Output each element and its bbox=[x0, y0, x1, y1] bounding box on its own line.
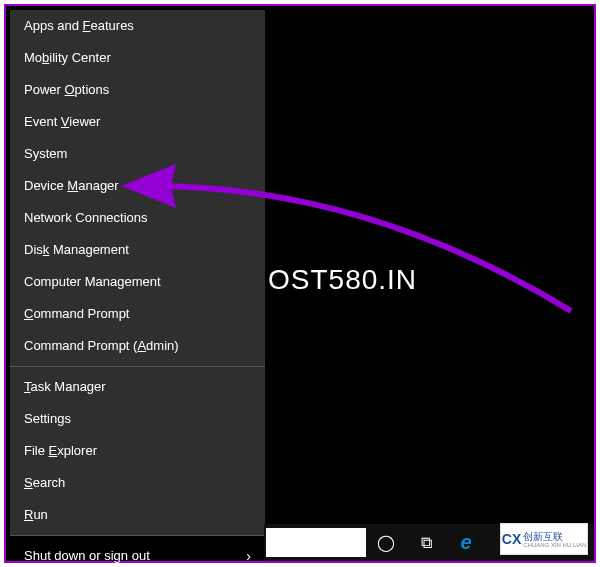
menu-item-event-viewer[interactable]: Event Viewer bbox=[10, 106, 265, 138]
menu-item-device-manager[interactable]: Device Manager bbox=[10, 170, 265, 202]
menu-item-run[interactable]: Run bbox=[10, 499, 265, 531]
task-view-icon[interactable]: ⧉ bbox=[406, 524, 446, 561]
desktop-background: GHOST580.IN Apps and FeaturesMobility Ce… bbox=[4, 4, 596, 563]
brand-line2: CHUANG XIN HU LIAN bbox=[523, 542, 586, 548]
menu-item-command-prompt[interactable]: Command Prompt bbox=[10, 298, 265, 330]
winx-power-menu[interactable]: Apps and FeaturesMobility CenterPower Op… bbox=[10, 10, 265, 535]
menu-separator bbox=[10, 535, 265, 536]
brand-logo: CX bbox=[502, 531, 521, 547]
menu-separator bbox=[10, 366, 265, 367]
cortana-circle-icon[interactable]: ◯ bbox=[366, 524, 406, 561]
menu-item-apps-and-features[interactable]: Apps and Features bbox=[10, 10, 265, 42]
menu-item-system[interactable]: System bbox=[10, 138, 265, 170]
menu-item-search[interactable]: Search bbox=[10, 467, 265, 499]
menu-item-mobility-center[interactable]: Mobility Center bbox=[10, 42, 265, 74]
menu-item-disk-management[interactable]: Disk Management bbox=[10, 234, 265, 266]
menu-item-task-manager[interactable]: Task Manager bbox=[10, 371, 265, 403]
menu-item-computer-management[interactable]: Computer Management bbox=[10, 266, 265, 298]
menu-item-settings[interactable]: Settings bbox=[10, 403, 265, 435]
chevron-right-icon: › bbox=[246, 540, 251, 567]
taskbar-search-input[interactable] bbox=[266, 528, 366, 557]
menu-item-file-explorer[interactable]: File Explorer bbox=[10, 435, 265, 467]
menu-item-power-options[interactable]: Power Options bbox=[10, 74, 265, 106]
menu-item-command-prompt-admin[interactable]: Command Prompt (Admin) bbox=[10, 330, 265, 362]
edge-browser-icon[interactable]: e bbox=[446, 524, 486, 561]
source-brand-badge: CX 创新互联 CHUANG XIN HU LIAN bbox=[500, 523, 588, 555]
brand-line1: 创新互联 bbox=[523, 531, 563, 542]
menu-item-shut-down-or-sign-out[interactable]: Shut down or sign out› bbox=[10, 540, 265, 567]
menu-item-network-connections[interactable]: Network Connections bbox=[10, 202, 265, 234]
